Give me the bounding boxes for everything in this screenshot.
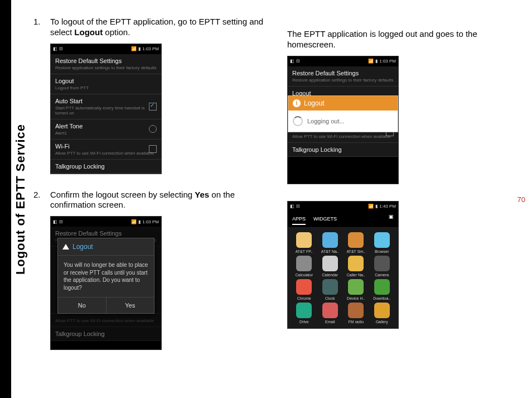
app-icon-image — [374, 279, 390, 295]
app-icon[interactable]: Downloa.. — [370, 279, 394, 300]
app-icon-image — [296, 279, 312, 295]
radio-icon[interactable] — [149, 125, 157, 133]
setting-alert-tone[interactable]: Alert Tone Alert1 — [51, 119, 161, 140]
app-icon-image — [296, 232, 312, 248]
step-text: Confirm the logout screen by selecting Y… — [50, 190, 265, 211]
notification-icon: ◧ — [290, 204, 294, 209]
app-icon[interactable]: Caller Na.. — [344, 256, 368, 277]
app-icon[interactable]: AT&T Sm.. — [344, 232, 368, 253]
setting-title: Talkgroup Locking — [55, 330, 157, 337]
signal-icon: 📶 — [131, 219, 137, 224]
setting-wifi[interactable]: Wi-Fi Allow PTT to use Wi-Fi connection … — [51, 140, 161, 160]
setting-restore[interactable]: Restore Default Settings Restore applica… — [51, 54, 161, 74]
notification-icon: ◧ — [290, 59, 294, 64]
apps-tabs: APPS WIDGETS ▣ — [288, 212, 398, 228]
checkbox-icon[interactable] — [149, 103, 157, 111]
setting-subtitle: Restore application settings to their fa… — [292, 78, 394, 83]
toast-body: Logging out... — [288, 111, 398, 132]
notification-icon: ◧ — [53, 219, 57, 224]
dialog-buttons: No Yes — [58, 297, 154, 313]
setting-subtitle: Allow PTT to use Wi-Fi connection when a… — [55, 151, 157, 156]
step-text-part: Confirm the logout screen by selecting — [50, 190, 195, 199]
right-column: The EPTT application is logged out and g… — [287, 17, 519, 366]
app-icon-image — [348, 256, 364, 271]
setting-subtitle: Start PTT automatically every time hands… — [55, 106, 157, 116]
setting-logout[interactable]: Logout Logout from PTT — [51, 74, 161, 94]
toast-header: i Logout — [288, 96, 398, 111]
section-title: Logout of EPTT Service — [13, 123, 28, 274]
info-icon: i — [293, 99, 301, 107]
setting-subtitle: Allow PTT to use Wi-Fi connection when a… — [292, 134, 394, 139]
app-label: AT&T Sm.. — [346, 250, 365, 253]
app-icon[interactable]: Calculator — [292, 256, 316, 277]
left-column: 1. To logout of the EPTT application, go… — [33, 17, 265, 366]
setting-restore: Restore Default Settings Restore applica… — [288, 66, 398, 87]
tab-widgets[interactable]: WIDGETS — [313, 214, 337, 225]
app-icon-image — [296, 303, 312, 318]
phone-statusbar: ◧ ⊟ 📶▮1:03 PM — [288, 56, 398, 66]
setting-title: Auto Start — [55, 98, 157, 104]
setting-subtitle: Restore application settings to their fa… — [55, 65, 157, 70]
app-icon-image — [322, 303, 338, 318]
screenshot-logging-out: ◧ ⊟ 📶▮1:03 PM Restore Default Settings R… — [287, 56, 399, 184]
app-icon[interactable]: Email — [318, 303, 342, 324]
signal-icon: 📶 — [368, 204, 374, 209]
dialog-header: Logout — [58, 238, 154, 256]
screenshot-settings: ◧ ⊟ 📶▮1:03 PM Restore Default Settings R… — [50, 44, 162, 174]
checkbox-icon[interactable] — [149, 145, 157, 153]
setting-title: Restore Default Settings — [55, 230, 157, 237]
logout-dialog: Logout You will no longer be able to pla… — [57, 238, 154, 314]
clock-text: 1:03 PM — [142, 219, 159, 224]
app-icon[interactable]: Device H.. — [344, 279, 368, 300]
step-2: 2. Confirm the logout screen by selectin… — [33, 190, 265, 211]
setting-title: Restore Default Settings — [55, 57, 157, 64]
app-icon[interactable]: Camera — [370, 256, 394, 277]
notification-icon: ⊟ — [296, 59, 300, 64]
app-label: Downloa.. — [373, 296, 390, 300]
app-icon[interactable]: Browser — [370, 232, 394, 253]
app-icon[interactable]: Chrome — [292, 279, 316, 300]
step-number: 1. — [33, 17, 50, 38]
tab-apps[interactable]: APPS — [292, 214, 306, 225]
app-icon[interactable]: Drive — [292, 303, 316, 324]
step-text-bold: Yes — [195, 190, 209, 199]
app-label: Chrome — [297, 296, 311, 300]
app-label: Browser — [375, 250, 389, 253]
signal-icon: 📶 — [368, 59, 374, 64]
dialog-title: Logout — [72, 243, 93, 251]
step-number: 2. — [33, 190, 50, 211]
logout-toast: i Logout Logging out... — [288, 95, 398, 132]
setting-auto-start[interactable]: Auto Start Start PTT automatically every… — [51, 94, 161, 119]
app-icon[interactable]: AT&T FP.. — [292, 232, 316, 253]
yes-button[interactable]: Yes — [107, 298, 154, 313]
shop-icon[interactable]: ▣ — [389, 214, 394, 225]
setting-title: Logout — [55, 78, 157, 84]
signal-icon: 📶 — [131, 46, 137, 51]
no-button[interactable]: No — [58, 298, 107, 313]
notification-icon: ⊟ — [59, 219, 63, 224]
app-icon-image — [348, 232, 364, 248]
app-icon-image — [322, 232, 338, 248]
app-icon[interactable]: FM radio — [344, 303, 368, 324]
warning-icon — [62, 244, 69, 250]
setting-title: Talkgroup Locking — [55, 163, 157, 170]
app-icon[interactable]: AT&T Na.. — [318, 232, 342, 253]
app-icon-image — [348, 303, 364, 318]
step-text: The EPTT application is logged out and g… — [287, 29, 519, 50]
phone-statusbar: ◧ ⊟ 📶▮1:03 PM — [51, 44, 161, 54]
battery-icon: ▮ — [375, 59, 378, 64]
app-label: Device H.. — [347, 296, 365, 300]
setting-title: Talkgroup Locking — [292, 146, 394, 153]
setting-subtitle: Alert1 — [55, 131, 157, 136]
battery-icon: ▮ — [138, 46, 141, 51]
app-icon[interactable]: Calendar — [318, 256, 342, 277]
app-icon[interactable]: Gallery — [370, 303, 394, 324]
spacer — [287, 17, 519, 29]
phone-statusbar: ◧ ⊟ 📶▮1:03 PM — [51, 217, 161, 227]
phone-statusbar: ◧ ⊟ 📶▮1:43 PM — [288, 202, 398, 212]
setting-talkgroup[interactable]: Talkgroup Locking — [51, 160, 161, 174]
app-label: FM radio — [348, 320, 364, 324]
app-icon-image — [374, 303, 390, 318]
setting-talkgroup: Talkgroup Locking — [51, 327, 161, 341]
app-icon[interactable]: Clock — [318, 279, 342, 300]
